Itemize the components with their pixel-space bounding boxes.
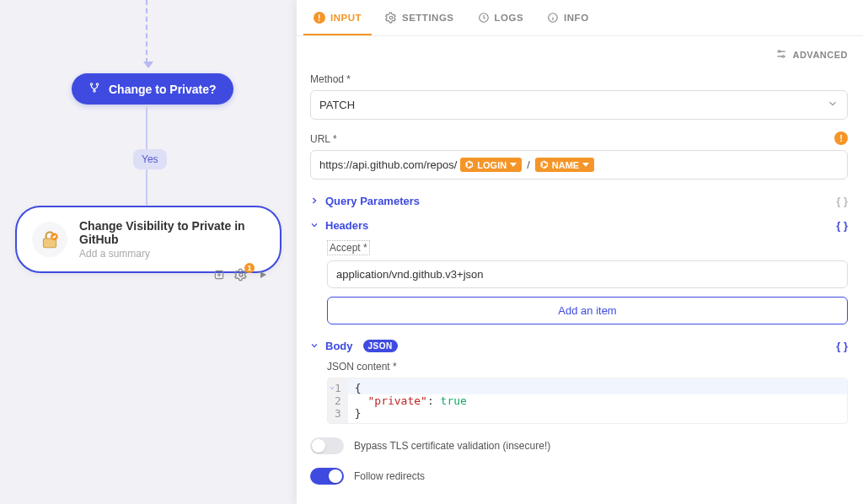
tab-settings-label: SETTINGS <box>402 13 454 23</box>
svg-point-11 <box>783 56 785 57</box>
gear-icon <box>385 12 397 24</box>
svg-point-1 <box>96 83 98 85</box>
json-content-label: JSON content <box>327 361 848 373</box>
advanced-toggle[interactable]: ADVANCED <box>310 48 848 62</box>
config-panel: ! INPUT SETTINGS LOGS INFO ADV <box>297 0 863 504</box>
branch-icon <box>88 82 100 96</box>
tab-logs-label: LOGS <box>495 13 524 23</box>
bypass-tls-toggle[interactable] <box>310 437 344 454</box>
json-content-editor[interactable]: ⌄ 123 { "private": true } <box>327 378 848 424</box>
svg-point-10 <box>779 51 780 52</box>
step-node-summary-placeholder[interactable]: Add a summary <box>79 248 265 260</box>
settings-badge: 1 <box>244 263 255 273</box>
url-prefix: https://api.github.com/repos/ <box>319 158 457 171</box>
workflow-canvas: Change to Private? Yes Change Visibility… <box>0 0 295 504</box>
branch-label-yes[interactable]: Yes <box>133 149 167 169</box>
tab-info[interactable]: INFO <box>537 0 598 35</box>
header-accept-input[interactable]: application/vnd.github.v3+json <box>327 260 848 288</box>
url-label: URL <box>310 133 848 145</box>
chevron-down-icon <box>310 219 319 232</box>
chevron-down-icon <box>827 98 839 112</box>
section-query-parameters[interactable]: Query Parameters <box>310 195 420 207</box>
tab-info-label: INFO <box>564 13 588 23</box>
follow-redirects-label: Follow redirects <box>354 470 425 482</box>
method-select[interactable]: PATCH <box>310 90 848 120</box>
code-lines: { "private": true } <box>348 378 847 423</box>
bypass-tls-label: Bypass TLS certificate validation (insec… <box>354 440 550 452</box>
incoming-connector <box>146 0 147 63</box>
sliders-icon <box>775 48 787 62</box>
advanced-label: ADVANCED <box>792 50 848 60</box>
clock-icon <box>478 12 490 24</box>
braces-icon[interactable]: { } <box>836 219 848 232</box>
chevron-down-icon <box>310 340 319 352</box>
svg-point-7 <box>389 16 393 19</box>
svg-point-2 <box>94 90 95 92</box>
tab-input[interactable]: ! INPUT <box>303 0 372 35</box>
chevron-down-icon <box>510 163 517 167</box>
step-node-title: Change Visibility to Private in GitHub <box>79 219 265 246</box>
step-node[interactable]: Change Visibility to Private in GitHub A… <box>15 206 281 273</box>
step-settings-icon[interactable]: 1 <box>234 268 248 281</box>
url-separator: / <box>525 158 532 171</box>
url-token-name[interactable]: ⌬ NAME <box>535 158 594 172</box>
section-body[interactable]: Body JSON <box>310 340 398 352</box>
info-icon <box>547 12 559 24</box>
tab-input-label: INPUT <box>330 13 362 23</box>
add-step-icon[interactable] <box>212 268 226 281</box>
chevron-right-icon <box>310 195 319 207</box>
condition-node-label: Change to Private? <box>109 83 217 96</box>
header-accept-label: Accept <box>327 240 370 255</box>
svg-point-6 <box>239 273 243 276</box>
chevron-down-icon <box>582 163 589 167</box>
lock-icon <box>32 222 67 257</box>
url-token-login[interactable]: ⌬ LOGIN <box>460 158 522 172</box>
method-label: Method <box>310 73 848 85</box>
section-headers[interactable]: Headers <box>310 219 368 232</box>
panel-tabs: ! INPUT SETTINGS LOGS INFO <box>297 0 863 36</box>
svg-point-0 <box>90 83 92 85</box>
follow-redirects-toggle[interactable] <box>310 468 344 485</box>
condition-node[interactable]: Change to Private? <box>72 73 233 105</box>
url-warning-icon[interactable]: ! <box>834 131 848 145</box>
token-tree-icon: ⌬ <box>540 159 549 170</box>
token-tree-icon: ⌬ <box>465 159 474 170</box>
tab-settings[interactable]: SETTINGS <box>375 0 464 35</box>
warning-circle-icon: ! <box>314 12 325 24</box>
braces-icon[interactable]: { } <box>836 340 848 352</box>
method-value: PATCH <box>319 99 355 111</box>
add-header-button[interactable]: Add an item <box>327 297 848 324</box>
braces-icon[interactable]: { } <box>836 195 848 207</box>
code-gutter: ⌄ 123 <box>328 378 348 423</box>
tab-logs[interactable]: LOGS <box>468 0 534 35</box>
body-mode-badge[interactable]: JSON <box>363 340 398 352</box>
run-step-icon[interactable] <box>256 268 270 281</box>
fold-icon[interactable]: ⌄ <box>330 381 335 390</box>
url-input[interactable]: https://api.github.com/repos/ ⌬ LOGIN / … <box>310 150 848 180</box>
